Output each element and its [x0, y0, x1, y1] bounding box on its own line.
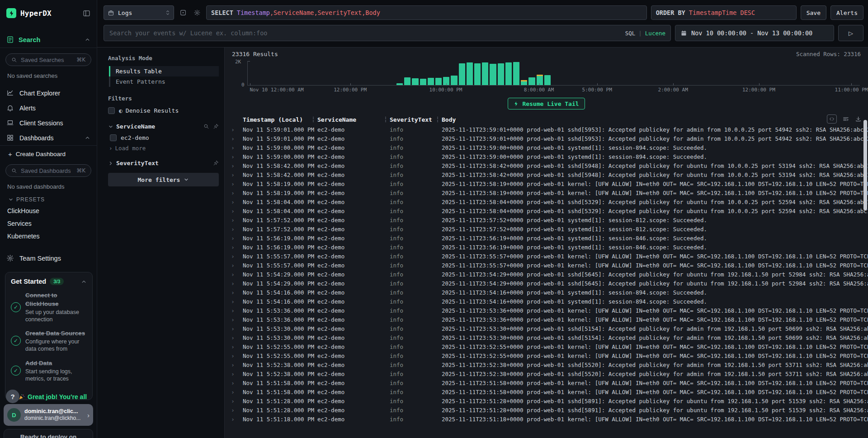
source-select[interactable]: Logs [104, 5, 174, 20]
log-row[interactable]: ›Nov 11 5:51:58.000 PMec2-demoinfo2025-1… [231, 378, 868, 387]
row-expander-icon[interactable]: › [231, 171, 243, 178]
histogram-bar[interactable] [435, 78, 442, 85]
log-row[interactable]: ›Nov 11 5:52:55.000 PMec2-demoinfo2025-1… [231, 351, 868, 360]
log-row[interactable]: ›Nov 11 5:58:04.000 PMec2-demoinfo2025-1… [231, 206, 868, 215]
log-row[interactable]: ›Nov 11 5:59:00.000 PMec2-demoinfo2025-1… [231, 143, 868, 152]
sidebar-collapse-icon[interactable] [83, 10, 90, 17]
pin-icon[interactable] [213, 124, 219, 129]
row-expander-icon[interactable]: › [231, 126, 243, 133]
log-row[interactable]: ›Nov 11 5:58:19.000 PMec2-demoinfo2025-1… [231, 188, 868, 197]
row-expander-icon[interactable]: › [231, 398, 243, 405]
histogram-bar[interactable] [544, 75, 551, 85]
row-expander-icon[interactable]: › [231, 280, 243, 287]
log-row[interactable]: ›Nov 11 5:57:52.000 PMec2-demoinfo2025-1… [231, 215, 868, 224]
row-expander-icon[interactable]: › [231, 380, 243, 386]
histogram-bar[interactable] [490, 64, 496, 85]
row-expander-icon[interactable]: › [231, 343, 243, 350]
log-row[interactable]: ›Nov 11 5:58:42.000 PMec2-demoinfo2025-1… [231, 170, 868, 179]
row-expander-icon[interactable]: › [231, 190, 243, 196]
view-source-code-icon[interactable] [827, 114, 837, 124]
row-expander-icon[interactable]: › [231, 235, 243, 242]
row-expander-icon[interactable]: › [231, 334, 243, 341]
log-row[interactable]: ›Nov 11 5:55:57.000 PMec2-demoinfo2025-1… [231, 261, 868, 270]
histogram-bar[interactable] [420, 79, 426, 85]
log-row[interactable]: ›Nov 11 5:54:16.000 PMec2-demoinfo2025-1… [231, 297, 868, 306]
histogram-bar[interactable] [459, 63, 465, 85]
log-row[interactable]: ›Nov 11 5:51:58.000 PMec2-demoinfo2025-1… [231, 387, 868, 396]
histogram-bar[interactable] [428, 78, 434, 85]
log-row[interactable]: ›Nov 11 5:53:30.000 PMec2-demoinfo2025-1… [231, 324, 868, 333]
log-row[interactable]: ›Nov 11 5:59:01.000 PMec2-demoinfo2025-1… [231, 125, 868, 134]
log-row[interactable]: ›Nov 11 5:59:01.000 PMec2-demoinfo2025-1… [231, 134, 868, 143]
select-query-input[interactable]: SELECT Timestamp ,ServiceName,SeverityTe… [206, 5, 647, 20]
source-settings-gear-icon[interactable] [192, 8, 202, 18]
row-expander-icon[interactable]: › [231, 325, 243, 332]
row-side-panel-icon[interactable] [842, 116, 849, 122]
mode-results-table[interactable]: Results Table [109, 66, 219, 76]
column-resize-handle[interactable] [385, 117, 386, 122]
histogram-bar[interactable] [451, 76, 457, 85]
row-expander-icon[interactable]: › [231, 144, 243, 151]
row-expander-icon[interactable]: › [231, 262, 243, 269]
histogram-bar[interactable] [412, 78, 418, 85]
get-started-step[interactable]: ✓ Create Data Sources Configure where yo… [11, 329, 87, 352]
log-row[interactable]: ›Nov 11 5:54:16.000 PMec2-demoinfo2025-1… [231, 288, 868, 297]
saved-dashboards-input[interactable]: Saved Dashboards ⌘K [5, 164, 91, 177]
time-range-picker[interactable]: Nov 10 00:00:00 - Nov 13 00:00:00 [675, 25, 834, 41]
sidebar-item-search[interactable]: Search [0, 32, 97, 48]
run-query-button[interactable]: ▷ [838, 25, 863, 41]
row-expander-icon[interactable]: › [231, 271, 243, 278]
row-expander-icon[interactable]: › [231, 135, 243, 142]
row-expander-icon[interactable]: › [231, 352, 243, 359]
log-row[interactable]: ›Nov 11 5:53:30.000 PMec2-demoinfo2025-1… [231, 333, 868, 342]
log-row[interactable]: ›Nov 11 5:58:19.000 PMec2-demoinfo2025-1… [231, 179, 868, 188]
log-row[interactable]: ›Nov 11 5:55:57.000 PMec2-demoinfo2025-1… [231, 252, 868, 261]
filter-checkbox[interactable] [110, 134, 117, 141]
histogram-bar[interactable] [521, 80, 527, 85]
column-resize-handle[interactable] [437, 117, 438, 122]
row-expander-icon[interactable]: › [231, 217, 243, 224]
resume-live-tail-button[interactable]: Resume Live Tail [508, 98, 585, 110]
event-search-input[interactable] [104, 25, 671, 41]
more-filters-button[interactable]: More filters [108, 173, 219, 186]
log-row[interactable]: ›Nov 11 5:58:04.000 PMec2-demoinfo2025-1… [231, 197, 868, 206]
filter-group-servicename[interactable]: ServiceName [108, 123, 219, 130]
help-button[interactable]: ? [6, 390, 19, 403]
row-expander-icon[interactable]: › [231, 416, 243, 423]
deploy-teaser-card[interactable]: Ready to deploy on [4, 429, 93, 438]
preset-clickhouse[interactable]: ClickHouse [0, 205, 97, 217]
get-started-step[interactable]: ✓ Connect to ClickHouse Set up your data… [11, 291, 87, 323]
row-expander-icon[interactable]: › [231, 389, 243, 395]
load-more-button[interactable]: › Load more [108, 142, 219, 156]
create-dashboard-button[interactable]: + Create Dashboard [0, 146, 97, 159]
row-expander-icon[interactable]: › [231, 226, 243, 233]
row-expander-icon[interactable]: › [231, 316, 243, 323]
row-expander-icon[interactable]: › [231, 244, 243, 251]
save-button[interactable]: Save [801, 5, 826, 20]
download-icon[interactable] [855, 116, 862, 122]
log-row[interactable]: ›Nov 11 5:51:18.000 PMec2-demoinfo2025-1… [231, 414, 868, 424]
log-row[interactable]: ›Nov 11 5:53:36.000 PMec2-demoinfo2025-1… [231, 306, 868, 315]
lucene-toggle[interactable]: Lucene [645, 30, 665, 37]
user-profile-card[interactable]: D dominic.tran@clic... dominic.tran@clic… [4, 404, 93, 426]
row-expander-icon[interactable]: › [231, 289, 243, 296]
search-icon[interactable] [203, 124, 209, 129]
log-row[interactable]: ›Nov 11 5:57:52.000 PMec2-demoinfo2025-1… [231, 224, 868, 233]
mode-event-patterns[interactable]: Event Patterns [109, 76, 219, 87]
histogram-bar[interactable] [396, 83, 403, 85]
histogram-bar[interactable] [404, 77, 410, 85]
chevron-up-icon[interactable] [85, 135, 90, 141]
histogram-bar[interactable] [474, 63, 481, 85]
presets-toggle[interactable]: PRESETS [0, 192, 97, 205]
histogram-bar[interactable] [528, 77, 535, 85]
log-row[interactable]: ›Nov 11 5:52:38.000 PMec2-demoinfo2025-1… [231, 360, 868, 369]
column-resize-handle[interactable] [313, 117, 314, 122]
sidebar-item-dashboards[interactable]: Dashboards [0, 130, 97, 146]
preset-services[interactable]: Services [0, 217, 97, 230]
row-expander-icon[interactable]: › [231, 298, 243, 305]
log-row[interactable]: ›Nov 11 5:58:42.000 PMec2-demoinfo2025-1… [231, 161, 868, 170]
preset-kubernetes[interactable]: Kubernetes [0, 230, 97, 243]
chevron-up-icon[interactable] [85, 37, 90, 43]
histogram-bar[interactable] [482, 62, 488, 85]
log-row[interactable]: ›Nov 11 5:51:28.000 PMec2-demoinfo2025-1… [231, 396, 868, 405]
